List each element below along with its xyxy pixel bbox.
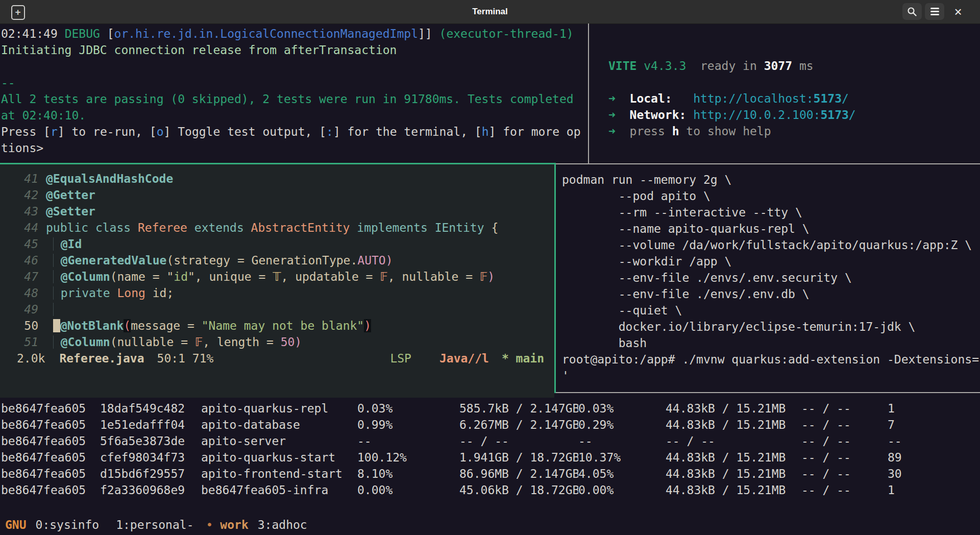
text-segment [616,108,630,121]
cursor-position: 50:1 71% [157,350,214,367]
text-segment: ) [295,335,302,349]
text-segment: : [326,125,333,138]
text-segment: 3077 [764,59,792,72]
text-segment: ) [364,319,371,332]
stats-row: be8647fea605cfef98034f73apito-quarkus-st… [1,449,980,466]
pane-divider[interactable] [588,23,589,163]
stats-cell: -- [578,433,666,449]
current-window-bullet-icon: • [206,517,213,533]
editor-pane[interactable]: 41@EqualsAndHashCode 42@Getter 43@Setter… [0,164,554,398]
text-segment: public class [46,221,138,234]
text-segment: ", unique = [188,270,273,283]
stats-cell: 6.267MB / 2.147GB [459,417,578,433]
stats-cell: apito-frontend-start [201,466,357,482]
line-number: 46 [0,252,38,269]
terminal-pane-podman[interactable]: podman run --memory 2g \ --pod apito \ -… [556,164,980,399]
text-segment [53,270,61,283]
text-segment: @EqualsAndHashCode [46,172,173,185]
search-button[interactable] [902,3,922,20]
text-segment: / [842,92,849,105]
stats-cell: -- [357,433,459,449]
text-segment [686,108,693,121]
stats-cell: be8647fea605 [1,482,100,498]
stats-cell: 18daf549c482 [100,400,201,417]
text-segment: Referee [138,221,194,234]
terminal-line: ➜ Network: http://10.0.2.100:5173/ [608,107,980,123]
terminal-line: --env-file ./envs/.env.db \ [562,286,980,302]
stats-cell: cfef98034f73 [100,449,201,466]
stats-cell: be8647fea605-infra [201,482,357,498]
stats-cell: apito-server [201,433,357,449]
terminal-pane-container-stats[interactable]: be8647fea60518daf549c482apito-quarkus-re… [0,393,980,523]
window-title: Terminal [0,0,980,23]
stats-row: be8647fea605d15bd6f29557apito-frontend-s… [1,466,980,482]
text-segment [616,92,630,105]
terminal-line: podman run --memory 2g \ [562,172,980,188]
text-segment [46,303,53,316]
text-segment: r [51,125,58,138]
line-number: 44 [0,220,38,236]
text-segment: Press [ [1,125,51,138]
text-segment: @Id [61,237,82,251]
text-segment [53,254,61,267]
text-segment: ] for the terminal, [ [333,125,482,138]
stats-cell: 1 [888,482,980,498]
stats-cell: 30 [888,466,980,482]
text-segment [46,254,53,267]
stats-cell: 1 [888,400,980,417]
editor-line: 44public class Referee extends AbstractE… [0,220,554,236]
screen-window-2-current: work [220,517,248,533]
editor-line: 41@EqualsAndHashCode [0,171,554,187]
stats-cell: 0.00% [578,482,666,498]
text-segment: ( [124,319,131,332]
stats-cell: 4.05% [578,466,666,482]
text-segment: or.hi.re.jd.in.LogicalConnectionManagedI… [114,27,418,40]
close-button[interactable]: × [948,3,968,20]
hamburger-icon [930,8,939,15]
stats-cell: 0.03% [357,400,459,417]
text-segment: h [482,125,489,138]
stats-cell: 1e51edafff04 [100,417,201,433]
git-branch: * main [502,350,544,367]
text-segment: ] for more op [489,125,581,138]
stats-cell: be8647fea605 [1,466,100,482]
stats-row: be8647fea60518daf549c482apito-quarkus-re… [1,400,980,417]
terminal-line [608,74,980,90]
text-segment: @GeneratedValue [61,254,167,267]
text-segment: Long [117,286,153,300]
line-number: 41 [0,171,38,187]
text-segment: 𝔽 [480,270,488,283]
editor-line: 46 @GeneratedValue(strategy = Generation… [0,252,554,269]
stats-cell: 0.00% [357,482,459,498]
terminal-pane-tests-log[interactable]: 02:41:49 DEBUG [or.hi.re.jd.in.LogicalCo… [0,24,588,164]
stats-cell: 44.83kB / 15.21MB [666,466,801,482]
stats-cell: -- / -- [801,417,888,433]
menu-button[interactable] [925,3,944,20]
editor-line-current: 50 @NotBlank(message = "Name may not be … [0,318,554,334]
text-segment: tions> [1,141,43,155]
text-segment: o [157,125,164,138]
text-segment: ready in [700,59,764,72]
editor-cursor [53,319,60,332]
terminal-line: VITE v4.3.3 ready in 3077 ms [608,58,980,74]
text-segment: to show help [679,125,771,138]
text-segment: ) [386,254,393,267]
terminal-line: --env-file ./envs/.env.security \ [562,270,980,286]
text-segment [53,237,61,251]
text-segment: http://localhost: [693,92,813,105]
text-segment: (nullable = [110,335,195,349]
line-number: 43 [0,203,38,220]
text-segment: { [491,221,498,234]
editor-line: 47 @Column(name = "id", unique = 𝕋, upda… [0,269,554,285]
terminal-line: --pod apito \ [562,188,980,204]
text-segment: (executor-thread-1) [439,27,574,40]
text-segment: private [61,286,117,300]
text-segment: extends [194,221,251,234]
text-segment [46,237,53,251]
stats-row: be8647fea6051e51edafff04apito-database0.… [1,417,980,433]
stats-cell: 89 [888,449,980,466]
stats-cell: f2a3360968e9 [100,482,201,498]
editor-line: 49 [0,301,554,318]
text-segment: Local: [630,92,672,105]
text-segment: VITE [608,59,636,72]
